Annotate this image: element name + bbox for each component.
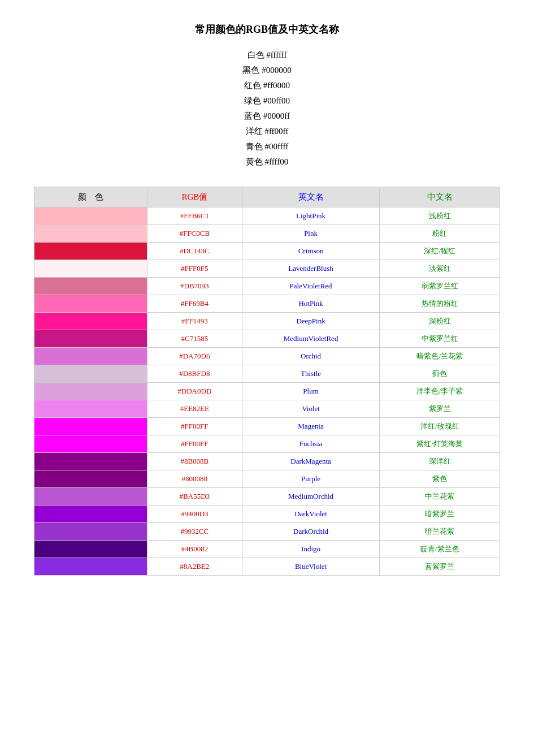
rgb-value: #4B0082 — [147, 541, 242, 558]
basic-colors-section: 白色 #ffffff黑色 #000000红色 #ff0000绿色 #00ff00… — [34, 47, 500, 170]
chinese-name: 中兰花紫 — [380, 488, 500, 506]
rgb-value: #8A2BE2 — [147, 558, 242, 576]
color-swatch-cell — [34, 558, 147, 576]
rgb-value: #FFC0CB — [147, 225, 242, 243]
chinese-name: 暗紫色/兰花紫 — [380, 348, 500, 365]
table-row: #FF1493DeepPink深粉红 — [34, 313, 500, 330]
english-name: MediumVioletRed — [242, 330, 380, 348]
table-row: #FFF0F5LavenderBlush淡紫红 — [34, 260, 500, 278]
english-name: LightPink — [242, 208, 380, 225]
english-name: BlueViolet — [242, 558, 380, 576]
table-row: #FFB6C1LightPink浅粉红 — [34, 208, 500, 225]
rgb-value: #800080 — [147, 470, 242, 488]
english-name: Plum — [242, 383, 380, 400]
header-cn: 中文名 — [380, 187, 500, 208]
table-row: #D8BFD8Thistle蓟色 — [34, 365, 500, 383]
basic-color-item: 红色 #ff0000 — [34, 78, 500, 93]
color-table: 颜 色 RGB值 英文名 中文名 #FFB6C1LightPink浅粉红#FFC… — [34, 187, 500, 576]
color-swatch — [34, 348, 147, 365]
table-row: #C71585MediumVioletRed中紫罗兰红 — [34, 330, 500, 348]
table-row: #DB7093PaleVioletRed弱紫罗兰红 — [34, 278, 500, 295]
english-name: Violet — [242, 400, 380, 418]
color-swatch-cell — [34, 541, 147, 558]
english-name: MediumOrchid — [242, 488, 380, 506]
english-name: PaleVioletRed — [242, 278, 380, 295]
color-swatch-cell — [34, 488, 147, 506]
color-swatch — [34, 506, 147, 522]
chinese-name: 浅粉红 — [380, 208, 500, 225]
chinese-name: 深洋红 — [380, 453, 500, 470]
basic-color-item: 青色 #00ffff — [34, 139, 500, 154]
english-name: Thistle — [242, 365, 380, 383]
chinese-name: 靛青/紫兰色 — [380, 541, 500, 558]
chinese-name: 紫罗兰 — [380, 400, 500, 418]
chinese-name: 粉红 — [380, 225, 500, 243]
basic-color-item: 黄色 #ffff00 — [34, 154, 500, 170]
rgb-value: #FF00FF — [147, 435, 242, 453]
table-row: #BA55D3MediumOrchid中兰花紫 — [34, 488, 500, 506]
rgb-value: #FF69B4 — [147, 295, 242, 313]
table-row: #8A2BE2BlueViolet蓝紫罗兰 — [34, 558, 500, 576]
color-swatch — [34, 295, 147, 312]
table-row: #FF00FFMagenta洋红/玫瑰红 — [34, 418, 500, 435]
english-name: DarkOrchid — [242, 523, 380, 541]
color-swatch-cell — [34, 435, 147, 453]
color-swatch-cell — [34, 506, 147, 523]
rgb-value: #BA55D3 — [147, 488, 242, 506]
basic-color-item: 蓝色 #0000ff — [34, 109, 500, 124]
header-color: 颜 色 — [34, 187, 147, 208]
english-name: Crimson — [242, 243, 380, 260]
color-swatch-cell — [34, 383, 147, 400]
basic-color-item: 白色 #ffffff — [34, 47, 500, 63]
table-row: #9932CCDarkOrchid暗兰花紫 — [34, 523, 500, 541]
rgb-value: #9400D3 — [147, 506, 242, 523]
english-name: DeepPink — [242, 313, 380, 330]
chinese-name: 洋红/玫瑰红 — [380, 418, 500, 435]
english-name: Fuchsia — [242, 435, 380, 453]
color-swatch — [34, 488, 147, 505]
english-name: LavenderBlush — [242, 260, 380, 278]
table-row: #9400D3DarkViolet暗紫罗兰 — [34, 506, 500, 523]
table-row: #800080Purple紫色 — [34, 470, 500, 488]
color-swatch-cell — [34, 295, 147, 313]
color-swatch — [34, 418, 147, 435]
chinese-name: 热情的粉红 — [380, 295, 500, 313]
rgb-value: #C71585 — [147, 330, 242, 348]
chinese-name: 紫红/灯笼海棠 — [380, 435, 500, 453]
chinese-name: 暗紫罗兰 — [380, 506, 500, 523]
color-swatch — [34, 470, 147, 487]
color-swatch — [34, 225, 147, 242]
english-name: Indigo — [242, 541, 380, 558]
table-row: #8B008BDarkMagenta深洋红 — [34, 453, 500, 470]
color-swatch-cell — [34, 225, 147, 243]
color-swatch-cell — [34, 208, 147, 225]
english-name: Purple — [242, 470, 380, 488]
color-swatch — [34, 260, 147, 277]
rgb-value: #DC143C — [147, 243, 242, 260]
table-row: #FFC0CBPink粉红 — [34, 225, 500, 243]
table-row: #4B0082Indigo靛青/紫兰色 — [34, 541, 500, 558]
color-swatch-cell — [34, 278, 147, 295]
color-swatch-cell — [34, 400, 147, 418]
chinese-name: 淡紫红 — [380, 260, 500, 278]
table-row: #FF00FFFuchsia紫红/灯笼海棠 — [34, 435, 500, 453]
color-swatch — [34, 400, 147, 417]
chinese-name: 洋李色/李子紫 — [380, 383, 500, 400]
color-swatch — [34, 208, 147, 224]
table-row: #DA70D6Orchid暗紫色/兰花紫 — [34, 348, 500, 365]
color-swatch — [34, 278, 147, 295]
rgb-value: #D8BFD8 — [147, 365, 242, 383]
english-name: Magenta — [242, 418, 380, 435]
color-swatch — [34, 330, 147, 347]
chinese-name: 中紫罗兰红 — [380, 330, 500, 348]
color-swatch — [34, 243, 147, 260]
color-swatch-cell — [34, 470, 147, 488]
english-name: HotPink — [242, 295, 380, 313]
basic-color-item: 洋红 #ff00ff — [34, 124, 500, 139]
color-swatch — [34, 383, 147, 400]
color-swatch — [34, 523, 147, 540]
header-en: 英文名 — [242, 187, 380, 208]
page-title: 常用颜色的RGB值及中英文名称 — [34, 23, 500, 36]
chinese-name: 深红/猩红 — [380, 243, 500, 260]
table-row: #FF69B4HotPink热情的粉红 — [34, 295, 500, 313]
